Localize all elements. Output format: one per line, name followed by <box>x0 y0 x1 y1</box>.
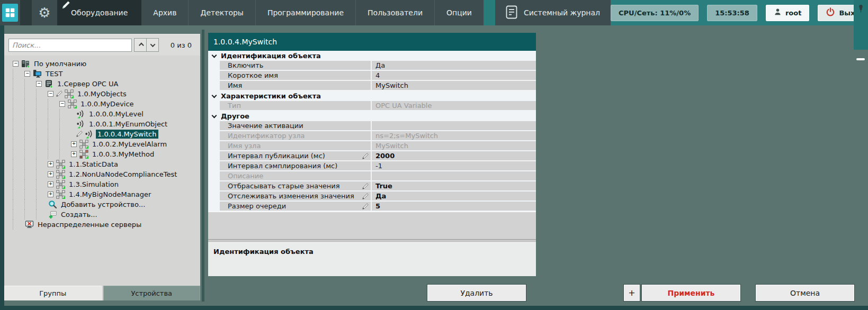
property-label: Значение активации <box>220 121 372 130</box>
collapse-expander-icon[interactable]: − <box>13 61 19 67</box>
property-row-gutter <box>208 131 220 140</box>
property-row-gutter <box>208 121 220 130</box>
tree-item-label: 1.4.MyBigNodeManager <box>67 190 153 199</box>
property-grid: Идентификация объектаВключитьДаКороткое … <box>208 51 536 212</box>
search-next-button[interactable] <box>146 38 159 52</box>
tree-item[interactable]: +1.4.MyBigNodeManager <box>4 189 200 199</box>
property-value[interactable]: 2000 <box>372 151 536 160</box>
property-grid-filler <box>208 212 536 239</box>
property-value[interactable]: True <box>372 181 536 190</box>
property-row: Имя узлаMySwitch <box>208 141 536 151</box>
topbar-tab[interactable]: Программирование <box>255 0 355 25</box>
layouts-button[interactable] <box>0 0 20 25</box>
expand-expander-icon[interactable]: + <box>48 181 53 187</box>
property-value[interactable]: Да <box>372 61 536 70</box>
settings-gear-button[interactable]: ⚙ <box>32 0 57 25</box>
collapse-expander-icon[interactable]: − <box>24 71 30 77</box>
tree-item-label: По умолчанию <box>32 59 88 68</box>
cpu-network-indicator[interactable]: CPU/Сеть: 11%/0% <box>611 5 699 21</box>
panel-collapse-handle[interactable] <box>856 58 865 60</box>
property-label: Имя узла <box>220 141 372 150</box>
property-label-text: Размер очереди <box>228 202 286 210</box>
tree-item[interactable]: −1.0.MyObjects <box>4 89 200 99</box>
expand-expander-icon[interactable]: + <box>48 192 53 197</box>
pin-icon[interactable] <box>857 4 865 15</box>
expand-expander-icon[interactable]: + <box>48 171 53 177</box>
property-value[interactable]: -1 <box>372 161 536 170</box>
collapse-expander-icon[interactable]: − <box>36 81 42 87</box>
tree-item[interactable]: +1.2.NonUaNodeComplianceTest <box>4 169 200 179</box>
tree-expander-slot: + <box>48 179 56 189</box>
tree-item[interactable]: −1.Сервер OPC UA <box>4 79 200 89</box>
topbar-tab[interactable]: Детекторы <box>188 0 255 25</box>
section-chevron-icon <box>212 53 217 58</box>
topbar-tab[interactable]: Архив <box>141 0 188 25</box>
property-label: Идентификатор узла <box>220 131 372 140</box>
tree-item[interactable]: 1.0.0.0.MyLevel <box>4 109 200 119</box>
cancel-button[interactable]: Отмена <box>756 285 854 301</box>
collapse-expander-icon[interactable]: − <box>59 101 65 107</box>
tree-guide <box>24 149 36 159</box>
property-row-gutter <box>208 141 220 150</box>
tree-item[interactable]: +1.3.Simulation <box>4 179 200 189</box>
search-input[interactable] <box>8 39 132 52</box>
tree-guide <box>24 199 36 209</box>
magnifier-icon <box>48 200 57 209</box>
property-row: Значение активации <box>208 121 536 131</box>
expand-expander-icon[interactable]: + <box>48 161 53 167</box>
property-value[interactable]: MySwitch <box>372 81 536 90</box>
tree-item[interactable]: +1.0.0.3.MyMethod <box>4 149 200 159</box>
delete-button[interactable]: Удалить <box>427 285 526 301</box>
tree-guide <box>48 99 59 109</box>
property-value[interactable]: Да <box>372 192 536 200</box>
gear-icon: ⚙ <box>38 6 50 20</box>
tree-item[interactable]: Добавить устройство... <box>4 199 200 209</box>
tree-item[interactable]: +1.0.0.2.MyLevelAlarm <box>4 139 200 149</box>
tree-expander-slot: + <box>48 189 56 199</box>
tree-guide <box>13 119 24 129</box>
collapse-expander-icon[interactable]: − <box>48 91 53 97</box>
topbar-tab[interactable]: Опции <box>434 0 484 25</box>
device-tree: −По умолчанию−TEST−1.Сервер OPC UA−1.0.M… <box>4 57 200 285</box>
tree-item[interactable]: 1.0.0.1.MyEnumObject <box>4 119 200 129</box>
property-value[interactable]: 4 <box>372 71 536 80</box>
topbar-tab[interactable]: Пользователи <box>355 0 434 25</box>
apply-button[interactable]: Применить <box>642 285 740 301</box>
property-section-row[interactable]: Характеристики объекта <box>208 91 536 101</box>
expand-expander-icon[interactable]: + <box>71 151 77 157</box>
property-row-gutter <box>208 151 220 160</box>
tree-expander-slot: − <box>48 89 56 99</box>
panel-splitter[interactable] <box>202 30 204 302</box>
user-button[interactable]: root <box>766 5 810 21</box>
property-value: ns=2;s=MySwitch <box>372 131 536 140</box>
tree-item[interactable]: +1.1.StaticData <box>4 159 200 169</box>
property-label: Описание <box>220 171 372 180</box>
tree-item[interactable]: 1.0.0.4.MySwitch <box>4 129 200 139</box>
tree-item[interactable]: −По умолчанию <box>4 59 200 69</box>
tree-guide <box>24 169 36 179</box>
properties-panel: 1.0.0.4.MySwitch Идентификация объектаВк… <box>208 33 536 276</box>
tree-guide <box>13 89 24 99</box>
tree-item-label: 1.0.0.4.MySwitch <box>96 130 158 139</box>
tree-item[interactable]: Нераспределенные серверы <box>4 220 200 230</box>
tree-item[interactable]: −1.0.0.MyDevice <box>4 99 200 109</box>
tree-tab-groups[interactable]: Группы <box>4 286 102 300</box>
property-section-row[interactable]: Другое <box>208 111 536 121</box>
tree-item-label: 1.3.Simulation <box>67 180 120 189</box>
modified-pencil-icon <box>56 90 64 98</box>
tree-guide <box>36 109 48 119</box>
description-splitter[interactable] <box>208 239 536 243</box>
tree-item[interactable]: Создать... <box>4 209 200 220</box>
add-button[interactable]: + <box>624 285 640 301</box>
tree-guide <box>48 109 59 119</box>
property-value[interactable] <box>372 121 536 130</box>
tree-tab-devices[interactable]: Устройства <box>103 286 201 300</box>
tree-expander-slot: + <box>48 169 56 179</box>
expand-expander-icon[interactable]: + <box>71 141 77 147</box>
system-journal-button[interactable]: Системный журнал <box>495 0 611 25</box>
property-section-row[interactable]: Идентификация объекта <box>208 51 536 61</box>
tree-item[interactable]: −TEST <box>4 69 200 79</box>
property-label: Имя <box>220 81 372 90</box>
search-prev-button[interactable] <box>134 38 147 52</box>
property-value[interactable]: 5 <box>372 202 536 211</box>
